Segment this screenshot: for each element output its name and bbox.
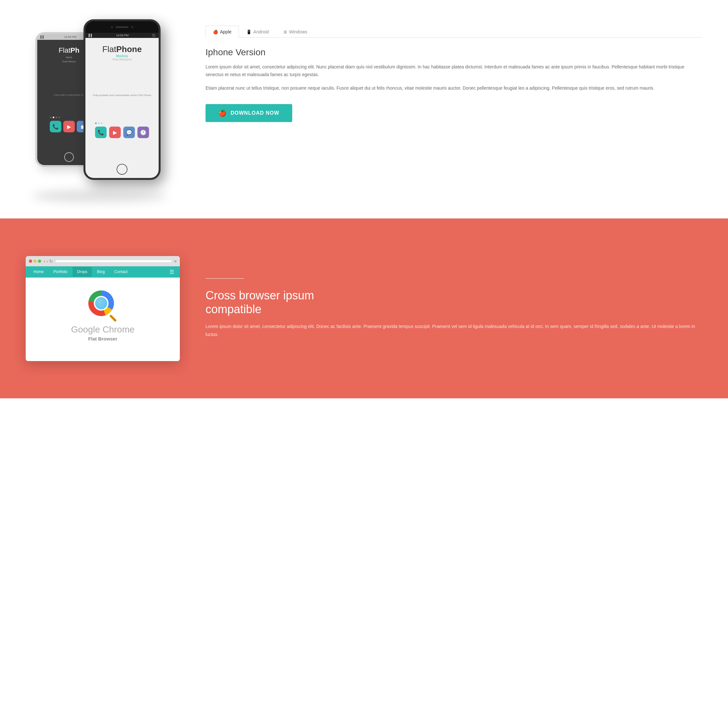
black-phone-battery: ⬛ — [152, 34, 155, 37]
download-now-button[interactable]: 🍎 DOWNLOAD NOW — [205, 104, 292, 122]
top-section: ▌▌ 14:06 PM ▮ FlatPh Mock Free Resou Ful… — [0, 0, 728, 219]
windows-tab-label: Windows — [289, 29, 307, 34]
white-phone-app-title: FlatPh — [59, 46, 80, 55]
section-divider — [205, 278, 244, 279]
phone-icon-call: 📞 — [50, 121, 61, 132]
white-phone-icons: 📞 ▶ ◼ — [50, 121, 88, 132]
nav-blog[interactable]: Blog — [92, 267, 109, 277]
nav-portfolio[interactable]: Portfolio — [49, 267, 72, 277]
browser-nav-arrows: ‹ › ↻ — [44, 259, 53, 264]
nav-home[interactable]: Home — [29, 267, 48, 277]
tab-apple[interactable]: 🍎 Apple — [205, 26, 239, 38]
windows-tab-icon: ⊞ — [284, 29, 287, 34]
browser-app-title: Google Chrome — [71, 325, 135, 335]
download-apple-icon: 🍎 — [219, 109, 227, 117]
nav-drops[interactable]: Drops — [73, 267, 92, 277]
phone-icon-play: ▶ — [63, 121, 75, 132]
iphone-desc-1: Lorem ipsum dolor sit amet, consectetur … — [205, 63, 702, 79]
black-phone-icon-call: 📞 — [95, 127, 107, 138]
download-button-label: DOWNLOAD NOW — [231, 110, 279, 116]
phone-black: ▌▌ 14:06 PM ⬛ FlatPhone MockUp Free Reso… — [84, 19, 161, 180]
tab-windows[interactable]: ⊞ Windows — [276, 26, 315, 38]
tab-android[interactable]: 📱 Android — [239, 26, 276, 38]
browser-forward-icon[interactable]: › — [47, 259, 48, 264]
black-phone-signal: ▌▌ — [89, 34, 93, 37]
platform-tabs: 🍎 Apple 📱 Android ⊞ Windows — [205, 26, 702, 38]
black-phone-speaker — [116, 26, 128, 28]
black-phone-time: 14:06 PM — [116, 34, 129, 37]
browser-url-bar[interactable] — [55, 260, 171, 262]
white-phone-home-btn — [64, 152, 74, 162]
black-phone-free: Free Resource — [102, 58, 142, 61]
black-phone-home-btn — [116, 164, 127, 175]
browser-body: Google Chrome Flat Browser — [26, 277, 180, 361]
phone-shadow — [32, 190, 167, 202]
browser-chrome-bar: ‹ › ↻ ≡ — [26, 256, 180, 266]
browser-navigation-bar: Home Portfolio Drops Blog Contact ☰ — [26, 266, 180, 277]
black-phone-icon-play: ▶ — [109, 127, 121, 138]
browser-refresh-icon[interactable]: ↻ — [49, 259, 53, 264]
browser-dot-red[interactable] — [29, 260, 32, 263]
white-phone-subtitle: Mock — [59, 56, 80, 59]
black-phone-dots — [95, 123, 149, 124]
browser-back-icon[interactable]: ‹ — [44, 259, 45, 264]
black-phone-status-bar: ▌▌ 14:06 PM ⬛ — [86, 33, 159, 38]
apple-tab-icon: 🍎 — [213, 29, 218, 34]
browser-mockup: ‹ › ↻ ≡ Home Portfolio Drops Blog Contac… — [26, 256, 180, 361]
white-phone-free: Free Resou — [59, 60, 80, 63]
chrome-logo-container — [88, 290, 117, 319]
black-phone-sensor — [131, 26, 133, 28]
iphone-desc-2: Etiam placerat nunc ut tellus tristique,… — [205, 84, 702, 92]
apple-tab-label: Apple — [220, 29, 231, 34]
browser-traffic-lights — [29, 260, 41, 263]
browser-dot-green[interactable] — [38, 260, 41, 263]
cross-browser-description: Lorem ipsum dolor sit amet, consectetur … — [205, 323, 702, 338]
black-phone-icon-clock: 🕐 — [138, 127, 149, 138]
browser-dot-yellow[interactable] — [34, 260, 37, 263]
magnifier-handle-icon — [109, 314, 116, 322]
black-phone-desc: Fully-scalable and customizable vector P… — [93, 94, 151, 97]
cross-browser-title: Cross browser ipsum compatible — [205, 288, 702, 316]
white-phone-dots — [50, 116, 88, 118]
black-phone-top — [86, 21, 159, 33]
phone-area: ▌▌ 14:06 PM ▮ FlatPh Mock Free Resou Ful… — [26, 19, 180, 199]
nav-hamburger-icon[interactable]: ☰ — [167, 266, 177, 277]
browser-menu-icon[interactable]: ≡ — [174, 259, 177, 264]
black-phone-camera — [111, 26, 113, 28]
chrome-outer-ring — [88, 290, 114, 316]
chrome-inner-circle — [94, 296, 109, 311]
black-phone-app-title: FlatPhone — [102, 44, 142, 54]
browser-app-subtitle: Flat Browser — [88, 336, 118, 342]
black-phone-screen: FlatPhone MockUp Free Resource Fully-sca… — [86, 38, 159, 178]
bottom-section: ‹ › ↻ ≡ Home Portfolio Drops Blog Contac… — [0, 219, 728, 398]
right-content-top: 🍎 Apple 📱 Android ⊞ Windows Iphone Versi… — [205, 19, 702, 122]
black-phone-icon-chat: 💬 — [123, 127, 135, 138]
black-phone-icons: 📞 ▶ 💬 🕐 — [95, 127, 149, 138]
black-phone-subtitle: MockUp — [102, 54, 142, 58]
nav-contact[interactable]: Contact — [110, 267, 132, 277]
white-phone-desc: Fully-scala b customizable vec — [54, 94, 84, 96]
iphone-section-title: Iphone Version — [205, 47, 702, 58]
black-phone-body: ▌▌ 14:06 PM ⬛ FlatPhone MockUp Free Reso… — [86, 33, 159, 178]
white-phone-signal: ▌▌ — [40, 35, 44, 38]
android-tab-label: Android — [253, 29, 269, 34]
right-content-bottom: Cross browser ipsum compatible Lorem ips… — [205, 278, 702, 339]
white-phone-time: 14:06 PM — [64, 35, 77, 38]
android-tab-icon: 📱 — [246, 29, 251, 34]
